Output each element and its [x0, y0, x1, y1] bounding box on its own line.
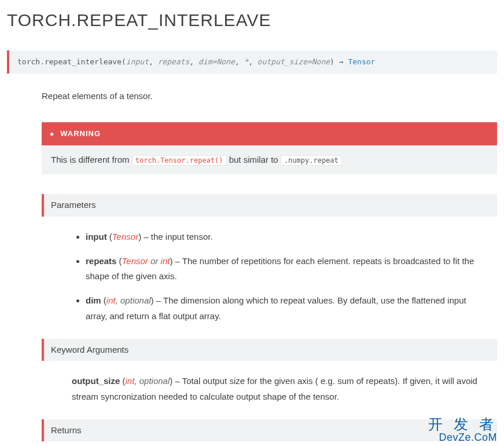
param-types: or: [148, 256, 161, 266]
section-header: Parameters: [42, 194, 497, 217]
param-types: ,: [116, 295, 120, 305]
type-link[interactable]: int: [161, 256, 170, 266]
param-name: input: [86, 232, 107, 242]
warning-label: WARNING: [60, 128, 101, 140]
sig-p1: input: [126, 57, 149, 66]
code-literal: .numpy.repeat: [281, 155, 342, 166]
bullet-icon: ●: [50, 129, 54, 139]
list-item: dim (int, optional) – The dimension alon…: [86, 293, 488, 324]
arrow-icon: →: [334, 57, 348, 66]
sig-close: ): [330, 57, 334, 66]
code-literal[interactable]: torch.Tensor.repeat(): [132, 155, 227, 166]
warning-admonition: ● WARNING This is different from torch.T…: [42, 122, 497, 174]
param-name: repeats: [86, 256, 116, 266]
page-title: TORCH.REPEAT_INTERLEAVE: [7, 7, 497, 33]
param-desc: – the input tensor.: [141, 232, 212, 242]
parameters-list: input (Tensor) – the input tensor. repea…: [51, 229, 488, 324]
type-link[interactable]: int: [106, 295, 116, 305]
list-item: repeats (Tensor or int) – The number of …: [86, 254, 488, 284]
sig-sep: ,: [248, 57, 257, 66]
function-description: Repeat elements of a tensor.: [42, 90, 497, 103]
keyword-arguments-section: Keyword Arguments output_size (int, opti…: [42, 339, 497, 404]
param-types: optional: [139, 376, 170, 386]
sig-p3: dim=None: [198, 57, 235, 66]
section-header: Returns: [42, 419, 497, 442]
section-header: Keyword Arguments: [42, 339, 497, 361]
sig-sep: ,: [189, 57, 198, 66]
function-signature: torch.repeat_interleave(input, repeats, …: [7, 50, 497, 74]
param-name: output_size: [72, 376, 120, 386]
type-link[interactable]: Tensor: [112, 232, 138, 242]
warning-body: This is different from torch.Tensor.repe…: [42, 145, 497, 175]
type-link[interactable]: Tensor: [122, 256, 148, 266]
warning-header: ● WARNING: [42, 122, 497, 145]
warning-text: This is different from: [51, 155, 132, 164]
param-types: optional: [120, 295, 151, 305]
parameters-section: Parameters input (Tensor) – the input te…: [42, 194, 497, 324]
sig-p4: output_size=None: [257, 57, 330, 66]
sig-qualname: torch.repeat_interleave: [17, 57, 122, 66]
sig-sep: ,: [235, 57, 244, 66]
return-type-link[interactable]: Tensor: [348, 57, 375, 66]
type-link[interactable]: int: [126, 376, 135, 386]
list-item: input (Tensor) – the input tensor.: [86, 229, 488, 244]
warning-text: but similar to: [229, 155, 281, 164]
param-types: ,: [134, 376, 139, 386]
kwarg-item: output_size (int, optional) – Total outp…: [51, 374, 488, 404]
returns-section: Returns Repeated tensor which has the sa…: [42, 419, 497, 446]
sig-p2: repeats: [158, 57, 190, 66]
sig-sep: ,: [149, 57, 158, 66]
param-name: dim: [86, 295, 101, 305]
sig-open: (: [122, 57, 126, 66]
